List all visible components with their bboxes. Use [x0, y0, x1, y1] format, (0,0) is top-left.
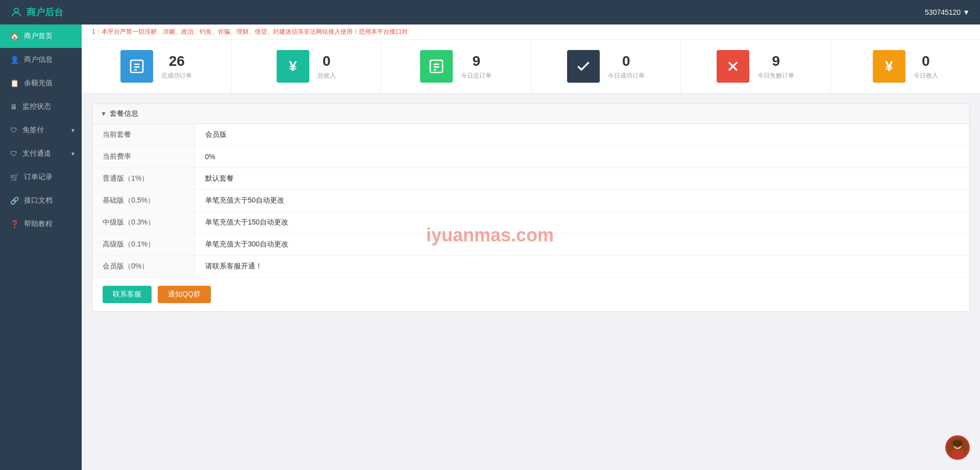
- main-content: 1：本平台严禁一切淫秽、涉赌、政治、钓鱼、诈骗、理财、借贷、封建迷信等非法网站接…: [82, 24, 980, 470]
- action-row: 联系客服 通知QQ群: [92, 277, 969, 311]
- sidebar-item-monitor-label: 监控状态: [22, 102, 51, 111]
- merchant-icon: 👤: [10, 56, 19, 64]
- table-row-advanced: 高级版（0.1%） 单笔充值大于300自动更改: [92, 234, 969, 256]
- row-label-current-rate: 当前费率: [92, 146, 194, 168]
- today-total-number: 9: [461, 53, 492, 69]
- total-revenue-label: 总收入: [317, 71, 336, 80]
- mianqianfu-arrow-icon: ▼: [70, 128, 76, 133]
- table-row-member: 会员版（0%） 请联系客服开通！: [92, 256, 969, 278]
- logo-text: 商户后台: [27, 6, 63, 18]
- stat-total-revenue: ¥ 0 总收入: [232, 40, 382, 93]
- help-icon: ❓: [10, 220, 19, 228]
- row-value-advanced: 单笔充值大于300自动更改: [194, 234, 969, 256]
- payment-arrow-icon: ▼: [70, 151, 76, 157]
- collapse-icon: ▼: [101, 110, 107, 117]
- payment-icon: 🛡: [10, 150, 17, 158]
- stat-today-success: 0 今日成功订单: [531, 40, 681, 93]
- mianqianfu-icon: 🛡: [10, 126, 17, 134]
- today-success-number: 0: [608, 53, 645, 69]
- package-section-title: 套餐信息: [110, 109, 138, 118]
- sidebar-item-mianqianfu-label: 免签付: [22, 126, 44, 135]
- sidebar-item-orders[interactable]: 🛒 订单记录: [0, 165, 82, 189]
- table-row-medium: 中级版（0.3%） 单笔充值大于150自动更改: [92, 212, 969, 234]
- user-menu[interactable]: 530745120 ▼: [925, 8, 970, 16]
- user-id: 530745120: [925, 8, 961, 16]
- row-value-current-rate: 0%: [194, 146, 969, 168]
- sidebar-item-home[interactable]: 🏠 商户首页: [0, 24, 82, 48]
- today-failed-number: 9: [757, 53, 794, 69]
- svg-point-14: [952, 440, 963, 447]
- row-value-member: 请联系客服开通！: [194, 256, 969, 278]
- sidebar-item-home-label: 商户首页: [24, 32, 53, 41]
- sidebar-item-payment[interactable]: 🛡 支付通道 ▼: [0, 142, 82, 165]
- today-revenue-label: 今日收入: [914, 71, 938, 80]
- table-row-basic: 基础版（0.5%） 单笔充值大于50自动更改: [92, 190, 969, 212]
- stat-today-total: 9 今日总订单: [381, 40, 531, 93]
- contact-service-button[interactable]: 联系客服: [103, 286, 152, 303]
- row-value-normal: 默认套餐: [194, 168, 969, 190]
- today-failed-label: 今日失败订单: [757, 71, 794, 80]
- orders-icon: 🛒: [10, 173, 19, 181]
- logo: 商户后台: [10, 6, 63, 18]
- sidebar-item-merchant-info[interactable]: 👤 商户信息: [0, 48, 82, 71]
- row-label-member: 会员版（0%）: [92, 256, 194, 278]
- avatar: [945, 435, 970, 460]
- monitor-icon: 🖥: [10, 103, 17, 111]
- sidebar-item-monitor[interactable]: 🖥 监控状态: [0, 95, 82, 118]
- sidebar-item-orders-label: 订单记录: [24, 172, 53, 182]
- row-label-normal: 普通版（1%）: [92, 168, 194, 190]
- sidebar-item-api-docs[interactable]: 🔗 接口文档: [0, 189, 82, 212]
- row-value-medium: 单笔充值大于150自动更改: [194, 212, 969, 234]
- stat-total-success-icon: [120, 50, 153, 83]
- svg-point-0: [14, 8, 18, 12]
- logo-icon: [10, 6, 22, 18]
- sidebar-item-recharge-label: 余额充值: [24, 79, 53, 88]
- sidebar: 🏠 商户首页 👤 商户信息 📋 余额充值 🖥 监控状态 🛡 免签付 ▼ 🛡 支付…: [0, 24, 82, 470]
- package-section-header: ▼ 套餐信息: [92, 104, 969, 124]
- today-total-label: 今日总订单: [461, 71, 492, 80]
- row-value-basic: 单笔充值大于50自动更改: [194, 190, 969, 212]
- table-row-current-package: 当前套餐 会员版: [92, 124, 969, 146]
- stat-today-failed-icon: [717, 50, 749, 83]
- header: 商户后台 530745120 ▼: [0, 0, 980, 24]
- package-section: ▼ 套餐信息 当前套餐 会员版 当前费率 0%: [92, 104, 970, 312]
- table-row-current-rate: 当前费率 0%: [92, 146, 969, 168]
- notice-bar: 1：本平台严禁一切淫秽、涉赌、政治、钓鱼、诈骗、理财、借贷、封建迷信等非法网站接…: [82, 24, 980, 40]
- today-success-label: 今日成功订单: [608, 71, 645, 80]
- stats-row: 26 总成功订单 ¥ 0 总收入: [82, 40, 980, 93]
- sidebar-item-api-label: 接口文档: [24, 196, 53, 205]
- stat-today-revenue-icon: ¥: [873, 50, 905, 83]
- stat-today-revenue: ¥ 0 今日收入: [831, 40, 981, 93]
- row-label-current-package: 当前套餐: [92, 124, 194, 146]
- svg-point-16: [959, 443, 961, 446]
- row-label-medium: 中级版（0.3%）: [92, 212, 194, 234]
- layout: 🏠 商户首页 👤 商户信息 📋 余额充值 🖥 监控状态 🛡 免签付 ▼ 🛡 支付…: [0, 24, 980, 470]
- row-label-basic: 基础版（0.5%）: [92, 190, 194, 212]
- stat-total-success: 26 总成功订单: [82, 40, 232, 93]
- stat-total-revenue-icon: ¥: [277, 50, 309, 83]
- notify-qq-button[interactable]: 通知QQ群: [158, 286, 211, 303]
- sidebar-item-payment-label: 支付通道: [22, 149, 51, 158]
- content-area: ▼ 套餐信息 当前套餐 会员版 当前费率 0%: [82, 93, 980, 322]
- row-label-advanced: 高级版（0.1%）: [92, 234, 194, 256]
- table-row-normal: 普通版（1%） 默认套餐: [92, 168, 969, 190]
- svg-rect-13: [951, 450, 964, 458]
- stat-today-total-icon: [420, 50, 453, 83]
- today-revenue-number: 0: [914, 53, 938, 69]
- total-revenue-number: 0: [317, 53, 336, 69]
- total-success-label: 总成功订单: [161, 71, 192, 80]
- svg-point-15: [954, 443, 957, 446]
- stat-today-success-icon: [567, 50, 600, 83]
- recharge-icon: 📋: [10, 79, 19, 87]
- notice-text: 1：本平台严禁一切淫秽、涉赌、政治、钓鱼、诈骗、理财、借贷、封建迷信等非法网站接…: [92, 28, 408, 35]
- stat-today-failed: 9 今日失败订单: [681, 40, 831, 93]
- sidebar-item-help-label: 帮助教程: [24, 219, 53, 229]
- user-dropdown-icon: ▼: [963, 8, 970, 16]
- home-icon: 🏠: [10, 32, 19, 40]
- sidebar-item-merchant-label: 商户信息: [24, 55, 53, 64]
- row-value-current-package: 会员版: [194, 124, 969, 146]
- sidebar-item-mianqianfu[interactable]: 🛡 免签付 ▼: [0, 118, 82, 142]
- sidebar-item-recharge[interactable]: 📋 余额充值: [0, 71, 82, 95]
- sidebar-item-help[interactable]: ❓ 帮助教程: [0, 212, 82, 236]
- total-success-number: 26: [161, 53, 192, 69]
